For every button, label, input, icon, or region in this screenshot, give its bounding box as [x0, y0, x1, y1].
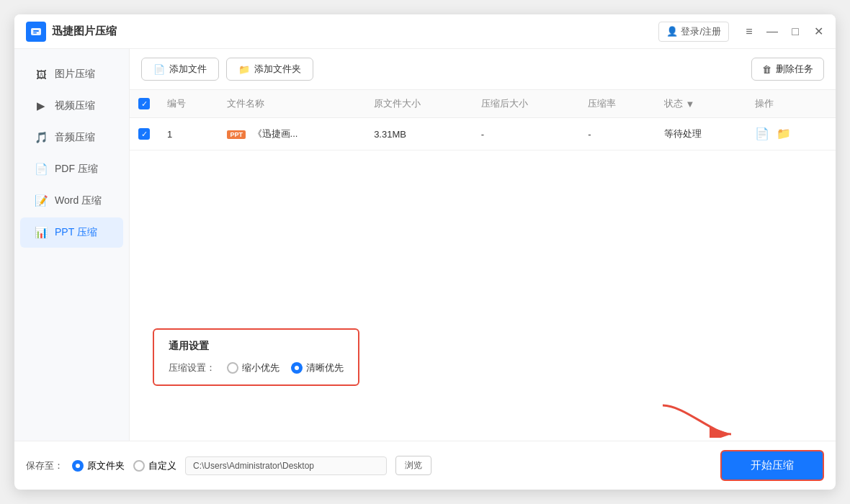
- maximize-button[interactable]: □: [789, 26, 801, 37]
- compress-label: 压缩设置：: [169, 361, 215, 374]
- row-actions: 📄 📁: [746, 118, 836, 150]
- sidebar-item-word[interactable]: 📝 Word 压缩: [20, 186, 123, 216]
- row-status: 等待处理: [656, 118, 747, 150]
- menu-button[interactable]: ≡: [743, 26, 755, 37]
- save-to-label: 保存至：: [26, 459, 63, 472]
- col-ratio: 压缩率: [579, 90, 655, 118]
- user-icon: 👤: [666, 26, 678, 37]
- settings-row: 压缩设置： 缩小优先 清晰优先: [169, 361, 344, 374]
- sidebar: 🖼 图片压缩 ▶ 视频压缩 🎵 音频压缩 📄 PDF 压缩 📝 Word 压缩 …: [14, 49, 130, 441]
- login-button[interactable]: 👤 登录/注册: [658, 22, 729, 42]
- folder-add-icon: 📁: [238, 64, 250, 75]
- status-sort[interactable]: 状态 ▼: [664, 97, 738, 110]
- col-original-size: 原文件大小: [365, 90, 473, 118]
- select-all-checkbox[interactable]: [138, 98, 150, 109]
- select-all-header: [130, 90, 158, 118]
- sidebar-item-pdf[interactable]: 📄 PDF 压缩: [20, 154, 123, 184]
- row-ratio: -: [579, 118, 655, 150]
- row-checkbox[interactable]: [138, 128, 150, 140]
- col-status: 状态 ▼: [656, 90, 747, 118]
- ppt-file-icon: PPT: [227, 130, 246, 139]
- open-file-icon[interactable]: 📄: [755, 127, 769, 141]
- radio-empty-icon: [227, 362, 238, 374]
- footer: 保存至： 原文件夹 自定义 浏览 开始压缩: [14, 441, 836, 490]
- settings-section: 通用设置 压缩设置： 缩小优先 清晰优先: [130, 310, 836, 397]
- browse-button[interactable]: 浏览: [395, 456, 431, 475]
- app-logo: [26, 22, 46, 42]
- file-table: 编号 文件名称 原文件大小 压缩后大小 压缩率 状态 ▼ 操: [130, 90, 836, 150]
- arrow-container: [130, 397, 836, 441]
- word-icon: 📝: [35, 194, 48, 207]
- row-compressed-size: -: [473, 118, 580, 150]
- pdf-icon: 📄: [35, 163, 48, 176]
- option-small-priority[interactable]: 缩小优先: [227, 361, 279, 374]
- start-compress-button[interactable]: 开始压缩: [720, 450, 824, 481]
- main-area: 🖼 图片压缩 ▶ 视频压缩 🎵 音频压缩 📄 PDF 压缩 📝 Word 压缩 …: [14, 49, 836, 441]
- row-number: 1: [158, 118, 218, 150]
- ppt-icon: 📊: [35, 226, 48, 239]
- window-controls: ≡ — □ ✕: [743, 26, 824, 37]
- file-add-icon: 📄: [153, 64, 165, 75]
- settings-title: 通用设置: [169, 340, 344, 353]
- sidebar-item-ppt[interactable]: 📊 PPT 压缩: [20, 217, 123, 248]
- close-button[interactable]: ✕: [813, 26, 824, 37]
- add-folder-button[interactable]: 📁 添加文件夹: [226, 58, 313, 81]
- action-icons: 📄 📁: [755, 127, 827, 141]
- col-compressed-size: 压缩后大小: [473, 90, 580, 118]
- open-folder-icon[interactable]: 📁: [777, 127, 791, 141]
- table-row: 1 PPT 《迅捷画... 3.31MB - - 等待处理 📄: [130, 118, 836, 150]
- add-file-button[interactable]: 📄 添加文件: [141, 58, 219, 81]
- app-window: 迅捷图片压缩 👤 登录/注册 ≡ — □ ✕ 🖼 图片压缩 ▶ 视频压缩 🎵: [14, 14, 836, 490]
- row-filename: PPT 《迅捷画...: [218, 118, 365, 150]
- delete-icon: 🗑: [762, 64, 771, 75]
- red-arrow: [656, 398, 742, 441]
- col-action: 操作: [746, 90, 836, 118]
- save-path-input[interactable]: [185, 456, 387, 475]
- option-clear-priority[interactable]: 清晰优先: [291, 361, 344, 374]
- footer-radio-checked: [72, 460, 84, 472]
- radio-checked-icon: [291, 362, 303, 374]
- sidebar-item-image[interactable]: 🖼 图片压缩: [20, 59, 123, 89]
- content-area: 📄 添加文件 📁 添加文件夹 🗑 删除任务: [130, 49, 836, 441]
- col-filename: 文件名称: [218, 90, 365, 118]
- sidebar-item-video[interactable]: ▶ 视频压缩: [20, 91, 123, 121]
- titlebar: 迅捷图片压缩 👤 登录/注册 ≡ — □ ✕: [14, 14, 836, 49]
- col-number: 编号: [158, 90, 218, 118]
- audio-icon: 🎵: [35, 131, 48, 144]
- settings-panel: 通用设置 压缩设置： 缩小优先 清晰优先: [153, 328, 359, 386]
- svg-rect-2: [33, 32, 37, 34]
- option-original-folder[interactable]: 原文件夹: [72, 459, 125, 472]
- footer-radio-empty: [133, 460, 145, 472]
- sidebar-item-audio[interactable]: 🎵 音频压缩: [20, 122, 123, 153]
- row-original-size: 3.31MB: [365, 118, 473, 150]
- app-title: 迅捷图片压缩: [52, 24, 658, 38]
- delete-tasks-button[interactable]: 🗑 删除任务: [751, 58, 824, 81]
- image-icon: 🖼: [35, 68, 48, 81]
- minimize-button[interactable]: —: [766, 26, 778, 37]
- toolbar: 📄 添加文件 📁 添加文件夹 🗑 删除任务: [130, 49, 836, 90]
- sort-icon: ▼: [686, 99, 695, 109]
- row-checkbox-cell: [130, 118, 158, 150]
- video-icon: ▶: [35, 99, 48, 112]
- file-table-area: 编号 文件名称 原文件大小 压缩后大小 压缩率 状态 ▼ 操: [130, 90, 836, 310]
- option-custom-folder[interactable]: 自定义: [133, 459, 176, 472]
- svg-rect-1: [33, 30, 39, 32]
